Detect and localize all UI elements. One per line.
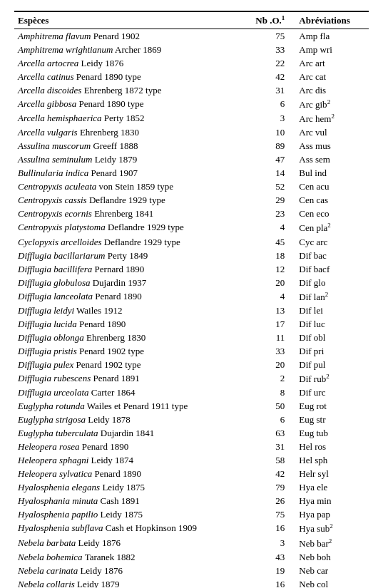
species-cell: Centropyxis ecornis Ehrenberg 1841 [14,207,243,221]
species-cell: Cyclopyxis arcelloides Deflandre 1929 ty… [14,235,243,249]
nb-cell: 75 [243,508,288,522]
abbr-cell: Neb boh [288,551,369,564]
species-cell: Hyalosphenia subflava Cash et Hopkinson … [14,522,243,536]
table-row: Nebela barbata Leidy 18763Neb bar2 [14,536,369,550]
species-cell: Euglypha strigosa Leidy 1878 [14,413,243,427]
species-cell: Difflugia lucida Penard 1890 [14,318,243,331]
abbr-cell: Arc art [288,56,369,70]
table-row: Hyalosphenia papilio Leidy 187575Hya pap [14,508,369,522]
species-cell: Heleopera sphagni Leidy 1874 [14,454,243,468]
nb-cell: 75 [243,29,288,43]
abbr-cell: Neb col [288,578,369,588]
abbr-cell: Arc hem2 [288,112,369,126]
species-cell: Arcella vulgaris Ehrenberg 1830 [14,126,243,140]
abbr-cell: Cyc arc [288,235,369,249]
abbr-cell: Dif rub2 [288,372,369,386]
nb-cell: 33 [243,43,288,56]
nb-cell: 12 [243,262,288,276]
table-row: Difflugia globulosa Dujardin 193720Dif g… [14,276,369,289]
nb-cell: 2 [243,372,288,386]
abbr-cell: Arc gib2 [288,97,369,111]
table-row: Arcella artocrea Leidy 187622Arc art [14,56,369,70]
table-row: Centropyxis aculeata von Stein 1859 type… [14,180,369,194]
species-cell: Difflugia lanceolata Penard 1890 [14,289,243,304]
table-row: Nebela bohemica Taranek 188243Neb boh [14,551,369,564]
nb-cell: 45 [243,235,288,249]
abbr-cell: Dif pul [288,359,369,372]
nb-cell: 22 [243,56,288,70]
table-row: Euglypha strigosa Leidy 18786Eug str [14,413,369,427]
abbr-cell: Dif obl [288,331,369,345]
abbr-cell: Dif pri [288,345,369,359]
species-cell: Difflugia bacillifera Pernard 1890 [14,262,243,276]
species-cell: Difflugia rubescens Penard 1891 [14,372,243,386]
nb-cell: 6 [243,97,288,111]
table-row: Difflugia urceolata Carter 18648Dif urc [14,386,369,400]
table-row: Difflugia lanceolata Penard 18904Dif lan… [14,289,369,304]
table-row: Heleopera sylvatica Penard 189042Helr sy… [14,468,369,481]
species-cell: Arcella discoides Ehrenberg 1872 type [14,83,243,97]
nb-cell: 4 [243,289,288,304]
abbr-cell: Eug tub [288,427,369,440]
table-row: Centropyxis platystoma Deflandre 1929 ty… [14,221,369,235]
abbr-cell: Cen acu [288,180,369,194]
abbr-cell: Ass sem [288,153,369,167]
abbr-cell: Cen eco [288,207,369,221]
nb-cell: 29 [243,194,288,207]
abbr-cell: Arc cat [288,70,369,83]
table-row: Cyclopyxis arcelloides Deflandre 1929 ty… [14,235,369,249]
nb-cell: 8 [243,386,288,400]
table-row: Difflugia lucida Penard 189017Dif luc [14,318,369,331]
species-cell: Amphitrema flavum Penard 1902 [14,29,243,43]
species-cell: Difflugia pulex Penard 1902 type [14,359,243,372]
nb-cell: 14 [243,167,288,180]
nb-cell: 3 [243,112,288,126]
abbr-cell: Dif bacf [288,262,369,276]
nb-cell: 18 [243,249,288,262]
species-cell: Arcella catinus Penard 1890 type [14,70,243,83]
table-row: Difflugia pulex Penard 1902 type20Dif pu… [14,359,369,372]
species-cell: Difflugia pristis Penard 1902 type [14,345,243,359]
nb-cell: 13 [243,304,288,318]
species-cell: Assulina muscorum Greeff 1888 [14,140,243,153]
table-row: Difflugia oblonga Ehrenberg 183011Dif ob… [14,331,369,345]
nb-cell: 58 [243,454,288,468]
header-nb: Nb .O.1 [243,11,288,29]
species-cell: Heleopera rosea Penard 1890 [14,440,243,454]
header-abbr: Abréviations [288,11,369,29]
nb-cell: 4 [243,221,288,235]
species-cell: Difflugia oblonga Ehrenberg 1830 [14,331,243,345]
abbr-cell: Ass mus [288,140,369,153]
species-cell: Centropyxis cassis Deflandre 1929 type [14,194,243,207]
species-cell: Arcella gibbosa Penard 1890 type [14,97,243,111]
species-cell: Bullinularia indica Penard 1907 [14,167,243,180]
abbr-cell: Hya sub2 [288,522,369,536]
nb-cell: 31 [243,440,288,454]
abbr-cell: Cen cas [288,194,369,207]
nb-cell: 20 [243,276,288,289]
species-cell: Nebela bohemica Taranek 1882 [14,551,243,564]
species-cell: Assulina seminulum Leidy 1879 [14,153,243,167]
abbr-cell: Eug str [288,413,369,427]
nb-cell: 20 [243,359,288,372]
table-row: Heleopera rosea Penard 189031Hel ros [14,440,369,454]
species-cell: Euglypha tuberculata Dujardin 1841 [14,427,243,440]
table-row: Euglypha rotunda Wailes et Penard 1911 t… [14,400,369,413]
table-row: Amphitrema wrightianum Archer 186933Amp … [14,43,369,56]
nb-cell: 3 [243,536,288,550]
nb-cell: 52 [243,180,288,194]
species-cell: Hyalosphania minuta Cash 1891 [14,495,243,508]
table-row: Nebela collaris Leidy 187916Neb col [14,578,369,588]
abbr-cell: Neb car [288,564,369,578]
table-row: Difflugia bacillariarum Perty 184918Dif … [14,249,369,262]
table-row: Difflugia pristis Penard 1902 type33Dif … [14,345,369,359]
nb-cell: 16 [243,522,288,536]
table-row: Hyalosphenia elegans Leidy 187579Hya ele [14,481,369,495]
nb-cell: 42 [243,70,288,83]
abbr-cell: Dif lan2 [288,289,369,304]
nb-cell: 17 [243,318,288,331]
nb-cell: 50 [243,400,288,413]
table-row: Difflugia rubescens Penard 18912Dif rub2 [14,372,369,386]
species-cell: Arcella artocrea Leidy 1876 [14,56,243,70]
abbr-cell: Hya ele [288,481,369,495]
